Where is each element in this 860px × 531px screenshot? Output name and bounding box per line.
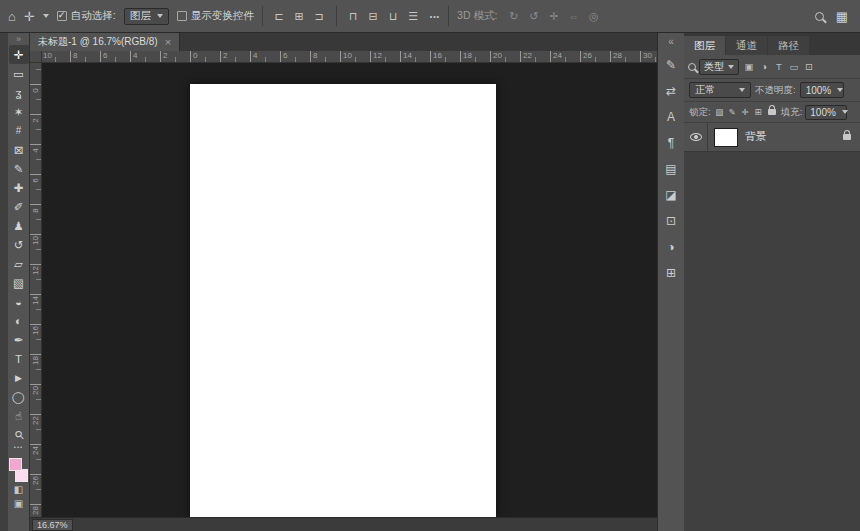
chevron-down-icon [837, 88, 843, 92]
crop-tool[interactable]: # [9, 121, 29, 140]
layer-row[interactable]: 背景 [684, 123, 860, 152]
libraries-panel-icon[interactable]: ⊡ [661, 212, 681, 229]
quick-selection-tool[interactable]: ✶ [9, 102, 29, 121]
left-edge-strip [0, 33, 8, 531]
move-tool[interactable]: ✛ [9, 45, 29, 64]
clone-stamp-tool[interactable]: ♟ [9, 216, 29, 235]
align-bottom-icon[interactable]: ⊔ [385, 7, 402, 25]
zoom-level-field[interactable]: 16.67% [32, 519, 73, 531]
filter-shape-layers-icon[interactable]: ▭ [787, 59, 801, 74]
3d-orbit-icon[interactable]: ↻ [505, 7, 522, 25]
dodge-tool[interactable]: ◐ [9, 311, 29, 330]
search-icon[interactable] [815, 12, 824, 21]
path-selection-tool[interactable]: ▶ [9, 368, 29, 387]
layer-thumbnail[interactable] [714, 128, 738, 147]
align-middle-icon[interactable]: ⊟ [365, 7, 382, 25]
distribute-icon[interactable]: ☰ [405, 7, 422, 25]
3d-panel-icon[interactable]: ⊞ [661, 264, 681, 281]
tab-paths[interactable]: 路径 [768, 36, 809, 55]
brush-settings-panel-icon[interactable]: ✎ [661, 56, 681, 73]
fill-label: 填充: [781, 106, 803, 119]
blend-mode-dropdown[interactable]: 正常 [689, 82, 751, 98]
chevron-down-icon [739, 88, 745, 92]
blur-tool[interactable]: ◒ [9, 292, 29, 311]
layer-search-icon[interactable] [688, 63, 696, 71]
paragraph-panel-icon[interactable]: ¶ [661, 134, 681, 151]
lock-paint-icon[interactable]: ✎ [727, 106, 738, 119]
color-swatches [9, 458, 29, 482]
filter-smart-objects-icon[interactable]: ⊡ [802, 59, 816, 74]
swatches-panel-icon[interactable]: ▤ [661, 160, 681, 177]
lock-all-icon[interactable] [767, 106, 778, 119]
tab-channels[interactable]: 通道 [726, 36, 767, 55]
toolbar-expand-icon[interactable]: » [16, 34, 21, 45]
lock-position-icon[interactable]: ✛ [740, 106, 751, 119]
adjustments-panel-icon[interactable]: ◑ [661, 238, 681, 255]
fill-value: 100% [810, 107, 836, 118]
collapse-panels-icon[interactable]: « [661, 36, 681, 47]
history-brush-tool[interactable]: ↺ [9, 235, 29, 254]
document-tab[interactable]: 未标题-1 @ 16.7%(RGB/8) × [30, 33, 180, 51]
checkbox-icon [177, 11, 187, 21]
workspace-switcher-icon[interactable]: ▦ [836, 9, 848, 24]
3d-pan-icon[interactable]: ✛ [545, 7, 562, 25]
home-icon[interactable]: ⌂ [8, 9, 16, 24]
3d-slide-icon[interactable]: ⇔ [565, 7, 582, 25]
status-bar: 16.67% [30, 517, 657, 531]
layer-visibility-toggle[interactable] [684, 123, 708, 151]
horizontal-type-tool[interactable]: T [9, 349, 29, 368]
align-center-horizontal-icon[interactable]: ⊞ [291, 7, 308, 25]
gradients-panel-icon[interactable]: ◪ [661, 186, 681, 203]
zoom-tool[interactable]: ⚲ [5, 421, 33, 449]
canvas-area[interactable] [42, 63, 657, 517]
filter-pixel-layers-icon[interactable]: ▣ [742, 59, 756, 74]
character-panel-icon[interactable]: A [661, 108, 681, 125]
align-top-icon[interactable]: ⊓ [345, 7, 362, 25]
frame-tool[interactable]: ⊠ [9, 140, 29, 159]
filter-adjustment-layers-icon[interactable]: ◑ [757, 59, 771, 74]
auto-select-label: 自动选择: [71, 9, 116, 23]
divider [448, 6, 449, 26]
gradient-tool[interactable]: ▧ [9, 273, 29, 292]
auto-select-checkbox[interactable]: 自动选择: [57, 9, 116, 23]
blend-mode-row: 正常 不透明度: 100% [684, 79, 860, 102]
filter-icons-group: ▣◑T▭⊡ [742, 59, 816, 74]
auto-select-target-dropdown[interactable]: 图层 [124, 8, 169, 25]
tab-close-icon[interactable]: × [165, 36, 171, 48]
eraser-tool[interactable]: ▱ [9, 254, 29, 273]
brush-tool[interactable]: ✐ [9, 197, 29, 216]
lasso-tool[interactable]: ʓ [9, 83, 29, 102]
more-align-options-icon[interactable]: ••• [430, 13, 440, 20]
tool-preset-caret-icon[interactable] [43, 14, 49, 18]
lock-artboard-icon[interactable]: ⊞ [753, 106, 764, 119]
foreground-color-swatch[interactable] [9, 458, 22, 471]
rectangular-marquee-tool[interactable]: ▭ [9, 64, 29, 83]
layer-lock-icon [843, 134, 851, 140]
screen-mode-icon[interactable]: ▣ [9, 496, 29, 510]
3d-mode-label: 3D 模式: [457, 9, 497, 23]
eyedropper-tool[interactable]: ✎ [9, 159, 29, 178]
pen-tool[interactable]: ✒ [9, 330, 29, 349]
ellipse-tool[interactable]: ◯ [9, 387, 29, 406]
spot-healing-brush-tool[interactable]: ✚ [9, 178, 29, 197]
filter-kind-dropdown[interactable]: 类型 [699, 59, 739, 75]
align-left-icon[interactable]: ⊏ [271, 7, 288, 25]
fill-dropdown[interactable]: 100% [805, 105, 847, 120]
canvas-document[interactable] [190, 84, 496, 517]
opacity-value: 100% [806, 85, 832, 96]
layer-list: 背景 [684, 123, 860, 531]
align-right-icon[interactable]: ⊐ [311, 7, 328, 25]
padlock-icon [768, 109, 776, 115]
opacity-dropdown[interactable]: 100% [800, 82, 844, 98]
3d-zoom-icon[interactable]: ◎ [585, 7, 602, 25]
layers-panel: 图层 通道 路径 类型 ▣◑T▭⊡ 正常 不透明度: 100% 锁定: [684, 33, 860, 531]
lock-transparency-icon[interactable]: ▨ [714, 106, 725, 119]
quick-mask-icon[interactable]: ◧ [9, 482, 29, 496]
3d-roll-icon[interactable]: ↺ [525, 7, 542, 25]
distribute-icons-group: ⊓⊟⊔☰ [345, 7, 422, 25]
show-transform-checkbox[interactable]: 显示变换控件 [177, 9, 254, 23]
clone-source-panel-icon[interactable]: ⇄ [661, 82, 681, 99]
tab-layers[interactable]: 图层 [684, 36, 725, 55]
filter-type-layers-icon[interactable]: T [772, 59, 786, 74]
current-tool-icon[interactable]: ✛ [24, 9, 35, 24]
